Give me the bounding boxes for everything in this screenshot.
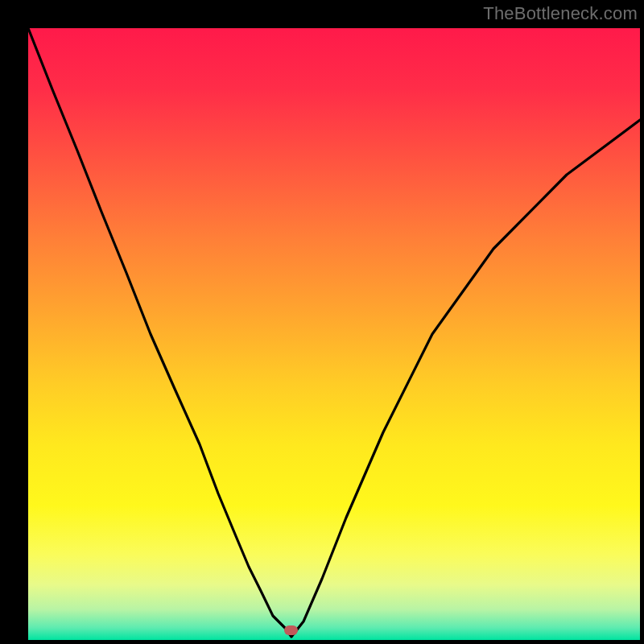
chart-container: TheBottleneck.com bbox=[0, 0, 644, 644]
plot-area bbox=[28, 28, 640, 640]
min-marker bbox=[284, 625, 298, 635]
watermark-text: TheBottleneck.com bbox=[483, 3, 638, 24]
curve-path bbox=[28, 28, 640, 637]
bottleneck-curve bbox=[28, 28, 640, 640]
